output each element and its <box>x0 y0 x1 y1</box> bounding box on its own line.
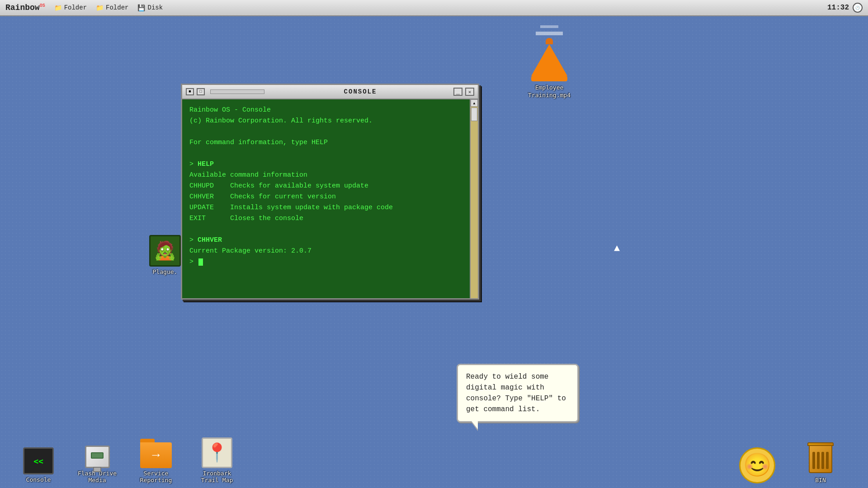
cone-top <box>546 38 553 44</box>
taskbar: Console Flash DriveMedia → ServiceReport… <box>0 443 868 488</box>
menubar-logo[interactable]: RainbowOS <box>5 3 45 12</box>
taskbar-console[interactable]: Console <box>18 447 59 483</box>
ironbark-taskbar-icon: 📍 <box>202 437 232 468</box>
plague-icon: 🧟 <box>149 235 181 267</box>
console-line-13: > CHHVER <box>189 235 462 246</box>
console-line-5 <box>189 148 462 159</box>
console-line-12 <box>189 224 462 235</box>
console-minimize-btn[interactable]: _ <box>453 88 462 96</box>
cone-stripe2 <box>540 25 558 28</box>
logo-text: RainbowOS <box>5 3 45 12</box>
menubar-disk[interactable]: 💾 Disk <box>137 4 163 12</box>
clock-face-icon: 🕐 <box>853 3 863 13</box>
console-line-14: Current Package version: 2.0.7 <box>189 246 462 257</box>
console-line-8: CHHUPD Checks for available system updat… <box>189 181 462 192</box>
taskbar-flash-drive[interactable]: Flash DriveMedia <box>77 439 118 483</box>
folder1-label: Folder <box>64 4 87 11</box>
console-line-9: CHHVER Checks for current version <box>189 192 462 202</box>
console-line-4: For command information, type HELP <box>189 137 462 148</box>
disk-icon: 💾 <box>137 4 145 12</box>
logo-sup: OS <box>40 3 45 8</box>
folder2-icon: 📁 <box>96 4 104 12</box>
console-line-11: EXIT Closes the console <box>189 213 462 224</box>
flash-drive-taskbar-icon <box>82 439 113 468</box>
employee-training-label: EmployeeTraining.mp4 <box>528 84 571 99</box>
console-line-7: Available command information <box>189 170 462 181</box>
console-body[interactable]: ▲ Rainbow OS - Console (c) Rainbow Corpo… <box>182 99 478 298</box>
tooltip-bubble: Ready to wield some digital magic with c… <box>457 364 579 422</box>
console-title: CONSOLE <box>270 88 451 95</box>
bin-icon <box>807 442 834 475</box>
scrollbar-thumb[interactable] <box>471 108 477 121</box>
console-line-10: UPDATE Installs system update with packa… <box>189 202 462 213</box>
tooltip-text: Ready to wield some digital magic with c… <box>466 373 566 413</box>
console-window-menu-btn[interactable]: ■ <box>186 88 194 95</box>
desktop-icon-employee-training[interactable]: EmployeeTraining.mp4 <box>529 41 570 99</box>
console-output: Rainbow OS - Console (c) Rainbow Corpora… <box>189 105 471 267</box>
console-window: ■ □ CONSOLE _ ✕ ▲ Rainbow OS - Console (… <box>181 84 479 300</box>
console-line-1: Rainbow OS - Console <box>189 105 462 116</box>
bin-label: BIN <box>815 477 826 483</box>
console-line-2: (c) Rainbow Corporation. All rights rese… <box>189 116 462 127</box>
cone-stripe1 <box>536 32 563 35</box>
console-scrollbar[interactable]: ▲ <box>470 99 478 298</box>
cursor: ▲ <box>614 243 620 254</box>
service-reporting-taskbar-label: ServiceReporting <box>140 470 172 483</box>
taskbar-service-reporting[interactable]: → ServiceReporting <box>136 439 176 483</box>
menubar: RainbowOS 📁 Folder 📁 Folder 💾 Disk 11:32… <box>0 0 868 16</box>
employee-training-icon <box>531 41 567 81</box>
console-titlebar-scrollbar[interactable] <box>210 89 264 94</box>
desktop: RainbowOS 📁 Folder 📁 Folder 💾 Disk 11:32… <box>0 0 868 488</box>
scrollbar-up-btn[interactable]: ▲ <box>471 99 478 107</box>
taskbar-bin[interactable]: BIN <box>800 442 841 483</box>
console-line-15: > <box>189 257 462 267</box>
plague-label: Plague. <box>153 268 178 276</box>
smiley-icon: 😊 <box>739 447 775 483</box>
console-line-6: > HELP <box>189 159 462 170</box>
cone-base <box>531 76 567 81</box>
ironbark-taskbar-label: IronbarkTrail Map <box>201 470 233 483</box>
console-window-resize-btn[interactable]: □ <box>197 88 205 95</box>
menubar-folder2[interactable]: 📁 Folder <box>96 4 128 12</box>
menubar-folder1[interactable]: 📁 Folder <box>54 4 87 12</box>
console-cursor <box>198 258 203 266</box>
console-titlebar: ■ □ CONSOLE _ ✕ <box>182 85 478 99</box>
taskbar-smiley[interactable]: 😊 <box>737 447 778 483</box>
folder2-label: Folder <box>106 4 128 11</box>
desktop-icon-plague[interactable]: 🧟 Plague. <box>145 235 185 276</box>
disk-label: Disk <box>147 4 163 11</box>
service-reporting-taskbar-icon: → <box>140 439 172 468</box>
console-taskbar-label: Console <box>18 476 59 483</box>
folder1-icon: 📁 <box>54 4 62 12</box>
console-close-btn[interactable]: ✕ <box>465 88 474 96</box>
taskbar-ironbark[interactable]: 📍 IronbarkTrail Map <box>194 437 240 483</box>
cone-shape <box>531 44 567 76</box>
clock: 11:32 🕐 <box>827 3 863 13</box>
console-line-3 <box>189 127 462 137</box>
clock-time: 11:32 <box>827 4 849 12</box>
console-taskbar-icon <box>23 447 54 474</box>
